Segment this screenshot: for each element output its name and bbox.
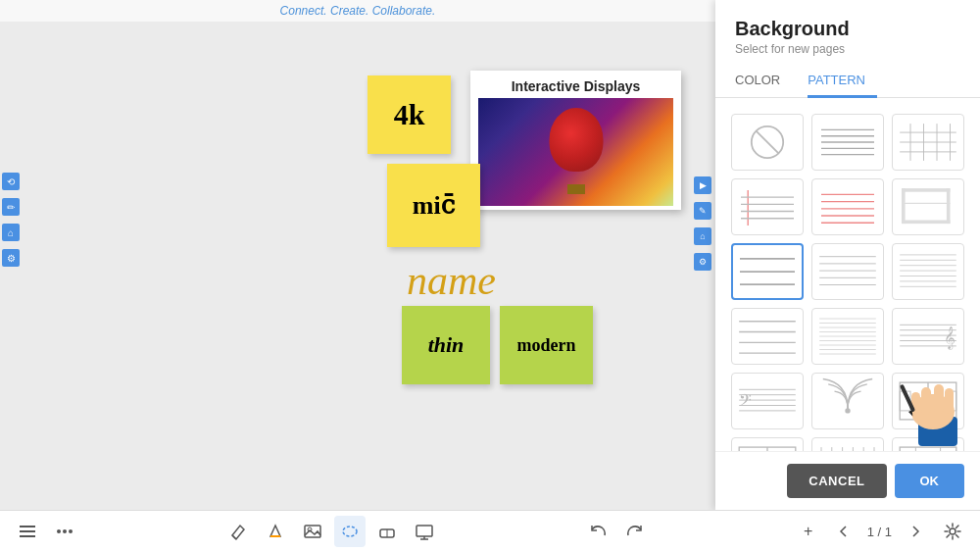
panel-title: Background (735, 18, 960, 40)
pattern-grid[interactable] (892, 114, 964, 171)
page-info: 1 / 1 (863, 525, 896, 539)
pattern-grid2[interactable] (811, 437, 884, 451)
sticky-thin[interactable]: thin (402, 306, 490, 384)
svg-rect-106 (20, 535, 35, 537)
svg-rect-105 (20, 530, 35, 532)
bottom-toolbar: + 1 / 1 (0, 510, 980, 552)
svg-rect-24 (902, 188, 906, 224)
pencil-icon[interactable] (222, 516, 254, 547)
sticky-mic-text: mic̄ (413, 190, 455, 221)
sticky-mic[interactable]: mic̄ (387, 164, 480, 247)
svg-point-120 (950, 528, 956, 534)
settings-icon[interactable] (937, 516, 968, 547)
sticky-thin-text: thin (428, 332, 465, 358)
pattern-none[interactable] (731, 114, 804, 171)
svg-point-107 (57, 529, 61, 533)
canvas-content[interactable]: Interactive Displays 4k mic̄ name thin m… (0, 22, 715, 510)
panel-subtitle: Select for new pages (735, 42, 960, 56)
svg-rect-25 (902, 188, 951, 192)
add-page-button[interactable]: + (793, 516, 824, 547)
svg-point-69 (845, 408, 850, 413)
pattern-lined-red[interactable] (731, 178, 804, 235)
right-edge-toolbar: ▶ ✎ ⌂ ⚙ (694, 176, 715, 271)
page-controls: + 1 / 1 (793, 516, 931, 547)
svg-rect-90 (900, 447, 956, 451)
pattern-narrow-lines2[interactable] (892, 243, 964, 300)
svg-rect-117 (416, 526, 432, 536)
name-label: name (407, 258, 496, 303)
screen-icon[interactable] (409, 516, 440, 547)
left-tool-3[interactable]: ⌂ (2, 224, 20, 241)
svg-point-108 (63, 529, 67, 533)
prev-page-button[interactable] (828, 516, 859, 547)
svg-text:𝄞: 𝄞 (944, 326, 956, 350)
svg-text:𝄢: 𝄢 (739, 391, 752, 413)
menu-icon[interactable] (12, 516, 43, 547)
display-card: Interactive Displays (470, 71, 681, 210)
panel-header: Background Select for new pages (715, 0, 980, 64)
pattern-dotted[interactable] (892, 178, 964, 235)
left-tool-2[interactable]: ✏ (2, 198, 20, 216)
pattern-dense-lines[interactable] (811, 308, 884, 365)
cancel-button[interactable]: CANCEL (787, 464, 886, 498)
name-text: name (407, 257, 496, 304)
svg-rect-74 (946, 391, 956, 411)
sticky-4k-text: 4k (394, 98, 425, 131)
display-card-image (478, 98, 673, 206)
canvas-area: Connect. Create. Collaborate. Interactiv… (0, 0, 715, 510)
left-tool-4[interactable]: ⚙ (2, 249, 20, 267)
panel-tabs: COLOR PATTERN (715, 64, 980, 98)
svg-line-1 (756, 130, 778, 153)
pattern-narrow-lines[interactable] (811, 243, 884, 300)
svg-point-114 (343, 527, 357, 536)
panel-footer: CANCEL OK (715, 451, 980, 510)
top-banner: Connect. Create. Collaborate. (0, 0, 715, 22)
pattern-wide-lines[interactable] (731, 243, 804, 300)
pattern-lined-h[interactable] (811, 114, 884, 171)
pattern-sport2[interactable] (892, 437, 964, 451)
svg-rect-104 (20, 526, 35, 527)
pattern-music-treble[interactable]: 𝄞 (892, 308, 964, 365)
more-icon[interactable] (49, 516, 80, 547)
svg-line-110 (232, 535, 236, 539)
pattern-sport1[interactable] (892, 373, 964, 429)
undo-icon[interactable] (582, 516, 613, 547)
svg-point-109 (69, 529, 73, 533)
redo-icon[interactable] (619, 516, 651, 547)
image-icon[interactable] (297, 516, 328, 547)
banner-text: Connect. Create. Collaborate. (280, 4, 436, 18)
right-tool-3[interactable]: ⌂ (694, 227, 711, 245)
pattern-lined-red2[interactable] (811, 178, 884, 235)
pattern-text-lines[interactable] (731, 308, 804, 365)
svg-rect-26 (902, 221, 951, 225)
pattern-wifi-lines[interactable] (811, 373, 884, 429)
sticky-modern[interactable]: modern (500, 306, 593, 384)
left-toolbar: ⟲ ✏ ⌂ ⚙ (0, 169, 22, 271)
pattern-soccer[interactable] (731, 437, 804, 451)
right-tool-2[interactable]: ✎ (694, 202, 711, 220)
svg-rect-27 (947, 188, 951, 224)
left-tool-1[interactable]: ⟲ (2, 173, 20, 190)
right-tool-4[interactable]: ⚙ (694, 253, 711, 271)
next-page-button[interactable] (900, 516, 931, 547)
background-panel: Background Select for new pages COLOR PA… (715, 0, 980, 510)
balloon-basket (567, 184, 585, 194)
select-icon[interactable] (334, 516, 366, 547)
sticky-4k[interactable]: 4k (368, 75, 451, 154)
ok-button[interactable]: OK (895, 464, 965, 498)
tab-color[interactable]: COLOR (735, 65, 792, 98)
display-card-title: Interactive Displays (478, 78, 673, 94)
sticky-modern-text: modern (517, 335, 576, 356)
pattern-music-bass[interactable]: 𝄢 (731, 373, 804, 429)
tab-pattern[interactable]: PATTERN (808, 65, 877, 98)
highlighter-icon[interactable] (260, 516, 291, 547)
right-tool-1[interactable]: ▶ (694, 176, 711, 194)
eraser-icon[interactable] (371, 516, 403, 547)
svg-rect-73 (900, 391, 910, 411)
balloon-decoration (549, 108, 603, 172)
pattern-grid: 𝄞 𝄢 (715, 110, 980, 451)
